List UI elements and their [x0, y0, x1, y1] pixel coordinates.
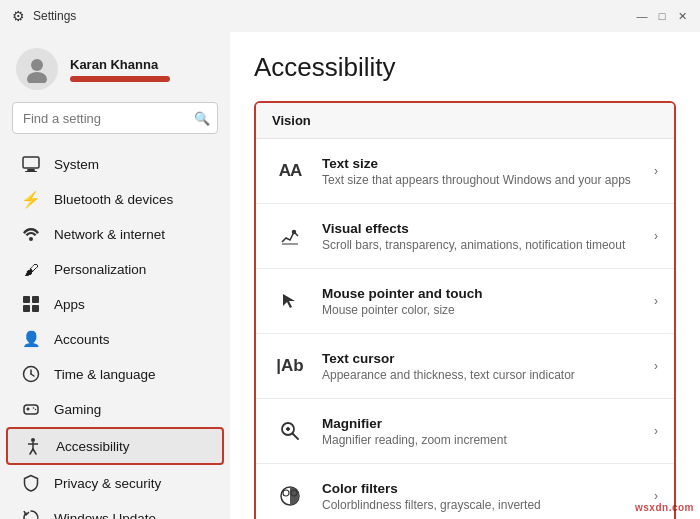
sidebar-item-network[interactable]: Network & internet	[6, 217, 224, 251]
settings-item-mouse-pointer[interactable]: Mouse pointer and touch Mouse pointer co…	[256, 269, 674, 334]
sidebar-item-personalization[interactable]: 🖌 Personalization	[6, 252, 224, 286]
chevron-icon-text-size: ›	[654, 164, 658, 178]
time-icon	[22, 365, 40, 383]
sidebar-item-apps-label: Apps	[54, 297, 85, 312]
accessibility-icon	[24, 437, 42, 455]
sidebar-item-windows-update-label: Windows Update	[54, 511, 156, 520]
sidebar-item-bluetooth-label: Bluetooth & devices	[54, 192, 173, 207]
svg-line-26	[293, 434, 299, 440]
sidebar-item-windows-update[interactable]: Windows Update	[6, 501, 224, 519]
close-button[interactable]: ✕	[676, 10, 688, 22]
titlebar: ⚙ Settings — □ ✕	[0, 0, 700, 32]
search-container: 🔍	[12, 102, 218, 134]
svg-line-21	[30, 449, 33, 454]
gaming-icon	[22, 400, 40, 418]
settings-item-text-cursor[interactable]: |Ab Text cursor Appearance and thickness…	[256, 334, 674, 399]
accounts-icon: 👤	[22, 330, 40, 348]
sidebar-item-gaming[interactable]: Gaming	[6, 392, 224, 426]
user-status-bar	[70, 76, 170, 82]
svg-point-5	[29, 237, 33, 241]
system-icon	[22, 155, 40, 173]
sidebar-item-accessibility-label: Accessibility	[56, 439, 130, 454]
chevron-icon-visual-effects: ›	[654, 229, 658, 243]
privacy-icon	[22, 474, 40, 492]
item-desc-text-cursor: Appearance and thickness, text cursor in…	[322, 368, 654, 382]
settings-item-text-size[interactable]: AA Text size Text size that appears thro…	[256, 139, 674, 204]
sidebar-item-apps[interactable]: Apps	[6, 287, 224, 321]
sidebar-item-accounts[interactable]: 👤 Accounts	[6, 322, 224, 356]
item-title-text-cursor: Text cursor	[322, 351, 654, 366]
user-name: Karan Khanna	[70, 57, 170, 72]
section-header: Vision	[256, 103, 674, 139]
avatar	[16, 48, 58, 90]
user-info: Karan Khanna	[70, 57, 170, 82]
item-title-magnifier: Magnifier	[322, 416, 654, 431]
svg-rect-7	[32, 296, 39, 303]
item-text-text-size: Text size Text size that appears through…	[322, 156, 654, 187]
sidebar-item-accessibility[interactable]: Accessibility	[6, 427, 224, 465]
item-desc-mouse-pointer: Mouse pointer color, size	[322, 303, 654, 317]
svg-point-0	[31, 59, 43, 71]
item-desc-text-size: Text size that appears throughout Window…	[322, 173, 654, 187]
color-filters-icon	[272, 478, 308, 514]
sidebar-nav: System ⚡ Bluetooth & devices Network & i…	[0, 146, 230, 519]
mouse-pointer-icon	[272, 283, 308, 319]
svg-rect-9	[32, 305, 39, 312]
svg-point-17	[35, 409, 37, 411]
item-text-text-cursor: Text cursor Appearance and thickness, te…	[322, 351, 654, 382]
item-desc-visual-effects: Scroll bars, transparency, animations, n…	[322, 238, 654, 252]
magnifier-icon	[272, 413, 308, 449]
sidebar-item-network-label: Network & internet	[54, 227, 165, 242]
network-icon	[22, 225, 40, 243]
item-title-color-filters: Color filters	[322, 481, 654, 496]
svg-point-23	[293, 231, 296, 234]
settings-item-visual-effects[interactable]: Visual effects Scroll bars, transparency…	[256, 204, 674, 269]
item-text-mouse-pointer: Mouse pointer and touch Mouse pointer co…	[322, 286, 654, 317]
svg-point-30	[283, 490, 289, 496]
settings-item-magnifier[interactable]: Magnifier Magnifier reading, zoom increm…	[256, 399, 674, 464]
svg-line-12	[31, 374, 34, 376]
chevron-icon-color-filters: ›	[654, 489, 658, 503]
page-title: Accessibility	[254, 52, 676, 83]
sidebar-item-time[interactable]: Time & language	[6, 357, 224, 391]
search-input[interactable]	[12, 102, 218, 134]
sidebar-item-bluetooth[interactable]: ⚡ Bluetooth & devices	[6, 182, 224, 216]
text-size-icon: AA	[272, 153, 308, 189]
svg-rect-8	[23, 305, 30, 312]
sidebar-item-privacy-label: Privacy & security	[54, 476, 161, 491]
settings-item-color-filters[interactable]: Color filters Colorblindness filters, gr…	[256, 464, 674, 519]
maximize-button[interactable]: □	[656, 10, 668, 22]
chevron-icon-mouse-pointer: ›	[654, 294, 658, 308]
sidebar-item-system[interactable]: System	[6, 147, 224, 181]
apps-icon	[22, 295, 40, 313]
svg-line-22	[33, 449, 36, 454]
item-title-mouse-pointer: Mouse pointer and touch	[322, 286, 654, 301]
search-icon[interactable]: 🔍	[194, 111, 210, 126]
sidebar-item-personalization-label: Personalization	[54, 262, 146, 277]
item-text-magnifier: Magnifier Magnifier reading, zoom increm…	[322, 416, 654, 447]
sidebar-item-accounts-label: Accounts	[54, 332, 110, 347]
chevron-icon-magnifier: ›	[654, 424, 658, 438]
app-container: Karan Khanna 🔍 System ⚡ Bluetooth & devi…	[0, 32, 700, 519]
item-title-text-size: Text size	[322, 156, 654, 171]
windows-update-icon	[22, 509, 40, 519]
chevron-icon-text-cursor: ›	[654, 359, 658, 373]
settings-panel: Vision AA Text size Text size that appea…	[254, 101, 676, 519]
svg-rect-4	[25, 171, 37, 172]
bluetooth-icon: ⚡	[22, 190, 40, 208]
settings-icon: ⚙	[12, 8, 25, 24]
item-text-visual-effects: Visual effects Scroll bars, transparency…	[322, 221, 654, 252]
svg-point-1	[27, 72, 47, 83]
svg-rect-3	[27, 169, 35, 171]
svg-point-16	[33, 407, 35, 409]
text-cursor-icon: |Ab	[272, 348, 308, 384]
sidebar-item-privacy[interactable]: Privacy & security	[6, 466, 224, 500]
window-controls: — □ ✕	[636, 10, 688, 22]
personalization-icon: 🖌	[22, 260, 40, 278]
visual-effects-icon	[272, 218, 308, 254]
item-title-visual-effects: Visual effects	[322, 221, 654, 236]
user-profile: Karan Khanna	[0, 32, 230, 102]
sidebar-item-time-label: Time & language	[54, 367, 156, 382]
minimize-button[interactable]: —	[636, 10, 648, 22]
item-desc-magnifier: Magnifier reading, zoom increment	[322, 433, 654, 447]
